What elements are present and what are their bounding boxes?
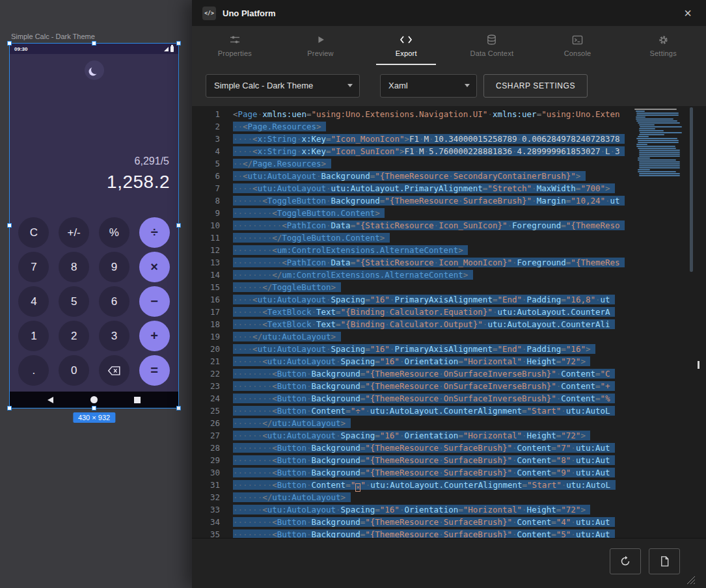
code-line[interactable]: 19····</utu:AutoLayout> (192, 330, 634, 343)
code-line[interactable]: 11········</ToggleButton.Content> (192, 232, 634, 244)
code-line[interactable]: 18······<TextBlock·Text="{Binding·Calcul… (192, 318, 634, 330)
minimap-line (638, 159, 676, 161)
resize-handle-bottom-right[interactable] (176, 406, 181, 410)
minimap[interactable] (634, 109, 687, 177)
artboard-selection-frame[interactable]: 09:30 6,291/5 1,258.2 C+/-%÷789×456−123+… (9, 43, 179, 408)
tab-export[interactable]: Export (363, 26, 449, 65)
minimap-line (636, 120, 677, 122)
calc-key-+/-[interactable]: +/- (59, 217, 89, 248)
code-line[interactable]: 14········</um:ControlExtensions.Alterna… (192, 269, 634, 281)
calc-key-2[interactable]: 2 (59, 321, 89, 351)
calc-key-%[interactable]: % (99, 217, 129, 248)
resize-handle-top-right[interactable] (176, 41, 181, 46)
resize-handle-mid-left[interactable] (7, 223, 12, 228)
calc-key-−[interactable]: − (139, 286, 170, 317)
calc-key-÷[interactable]: ÷ (139, 217, 170, 248)
tab-console[interactable]: Console (535, 26, 621, 65)
code-line[interactable]: 24········<Button·Background="{ThemeReso… (192, 392, 634, 405)
code-line[interactable]: 1<Page·xmlns:uen="using:Uno.Extensions.N… (192, 108, 634, 120)
resize-grip[interactable] (685, 574, 696, 585)
tab-label: Console (564, 49, 591, 57)
sliders-icon (229, 34, 241, 46)
nav-back-icon[interactable] (48, 397, 53, 403)
calc-key-=[interactable]: = (139, 355, 170, 386)
calc-key-+[interactable]: + (139, 321, 170, 351)
code-line[interactable]: 20····<utu:AutoLayout·Spacing="16"·Prima… (192, 343, 634, 355)
keypad: C+/-%÷789×456−123+.0= (14, 215, 174, 388)
format-select-value: Xaml (388, 81, 408, 90)
code-line[interactable]: 27······<utu:AutoLayout·Spacing="16"·Ori… (192, 429, 634, 442)
overview-ruler-marker (698, 361, 699, 369)
nav-recents-icon[interactable] (134, 397, 141, 403)
calc-key-.[interactable]: . (18, 355, 49, 386)
code-line[interactable]: 5··</Page.Resources> (192, 157, 634, 170)
resize-handle-top-mid[interactable] (92, 41, 96, 46)
code-line[interactable]: 29········<Button·Background="{ThemeReso… (192, 454, 634, 466)
code-line[interactable]: 7····<utu:AutoLayout·utu:AutoLayout.Prim… (192, 182, 634, 194)
line-number: 25 (192, 405, 220, 417)
code-line[interactable]: 35········<Button·Background="{ThemeReso… (192, 528, 634, 538)
code-line[interactable]: 31········<Button·Content="×"·utu:AutoLa… (192, 479, 634, 491)
chevron-down-icon (347, 84, 353, 87)
calc-key-9[interactable]: 9 (99, 252, 129, 282)
resize-handle-bottom-mid[interactable] (92, 406, 96, 410)
tab-settings[interactable]: Settings (620, 26, 706, 65)
tab-properties[interactable]: Properties (192, 26, 278, 65)
calc-key-6[interactable]: 6 (99, 286, 129, 317)
calc-key-3[interactable]: 3 (99, 321, 129, 351)
file-icon (659, 555, 670, 567)
calc-key-5[interactable]: 5 (59, 286, 89, 317)
line-number: 13 (192, 256, 220, 269)
calc-key-C[interactable]: C (18, 217, 49, 248)
theme-toggle-button[interactable] (85, 60, 104, 80)
resize-handle-top-left[interactable] (7, 41, 12, 46)
code-line[interactable]: 23········<Button·Background="{ThemeReso… (192, 380, 634, 392)
artboard-label[interactable]: Simple Calc - Dark Theme (11, 33, 95, 40)
code-line[interactable]: 2··<Page.Resources> (192, 120, 634, 133)
code-line[interactable]: 15······</ToggleButton> (192, 281, 634, 293)
code-line[interactable]: 16····<utu:AutoLayout·Spacing="16"·Prima… (192, 293, 634, 306)
calc-key-×[interactable]: × (139, 252, 170, 282)
export-file-button[interactable] (649, 548, 680, 574)
calc-key-1[interactable]: 1 (18, 321, 49, 351)
code-line[interactable]: 10··········<PathIcon·Data="{StaticResou… (192, 219, 634, 232)
tab-preview[interactable]: Preview (278, 26, 364, 65)
line-number: 16 (192, 293, 220, 306)
code-line[interactable]: 3····<x:String·x:Key="Icon_MoonIcon">F1·… (192, 133, 634, 145)
code-line[interactable]: 22········<Button·Background="{ThemeReso… (192, 368, 634, 380)
code-line[interactable]: 25········<Button·Content="÷"·utu:AutoLa… (192, 405, 634, 417)
calc-key-4[interactable]: 4 (18, 286, 49, 317)
calc-key-7[interactable]: 7 (18, 252, 49, 282)
code-line[interactable]: 9········<ToggleButton.Content> (192, 207, 634, 219)
code-line[interactable]: 34········<Button·Background="{ThemeReso… (192, 516, 634, 528)
theme-select[interactable]: Simple Calc - Dark Theme (206, 74, 360, 98)
resize-handle-bottom-left[interactable] (7, 406, 12, 410)
nav-home-icon[interactable] (90, 396, 98, 403)
minimap-line (639, 154, 680, 155)
code-line[interactable]: 8······<ToggleButton·Background="{ThemeR… (192, 194, 634, 207)
code-line[interactable]: 12········<um:ControlExtensions.Alternat… (192, 244, 634, 256)
refresh-button[interactable] (610, 548, 641, 574)
code-line[interactable]: 32······</utu:AutoLayout> (192, 491, 634, 503)
code-line[interactable]: 13··········<PathIcon·Data="{StaticResou… (192, 256, 634, 269)
code-line[interactable]: 21······<utu:AutoLayout·Spacing="16"·Ori… (192, 355, 634, 368)
close-icon[interactable]: × (684, 7, 692, 20)
scrollbar-thumb[interactable] (690, 107, 693, 272)
code-line[interactable]: 6··<utu:AutoLayout·Background="{ThemeRes… (192, 170, 634, 182)
resize-handle-mid-right[interactable] (176, 223, 181, 228)
csharp-settings-button[interactable]: CSHARP SETTINGS (483, 74, 588, 98)
tab-data-context[interactable]: Data Context (449, 26, 535, 65)
calc-key-backspace[interactable] (99, 355, 129, 386)
calc-key-8[interactable]: 8 (59, 252, 89, 282)
code-line[interactable]: 28········<Button·Background="{ThemeReso… (192, 442, 634, 454)
code-line[interactable]: 26······</utu:AutoLayout> (192, 417, 634, 429)
calc-key-0[interactable]: 0 (59, 355, 89, 386)
code-line[interactable]: 30········<Button·Background="{ThemeReso… (192, 466, 634, 479)
line-number: 19 (192, 330, 220, 343)
code-editor[interactable]: 1<Page·xmlns:uen="using:Uno.Extensions.N… (192, 106, 706, 538)
format-select[interactable]: Xaml (380, 74, 477, 98)
code-line[interactable]: 4····<x:String·x:Key="Icon_SunIcon">F1·M… (192, 145, 634, 157)
code-line[interactable]: 17······<TextBlock·Text="{Binding·Calcul… (192, 306, 634, 318)
code-line[interactable]: 33······<utu:AutoLayout·Spacing="16"·Ori… (192, 503, 634, 516)
signal-icon (164, 47, 169, 51)
